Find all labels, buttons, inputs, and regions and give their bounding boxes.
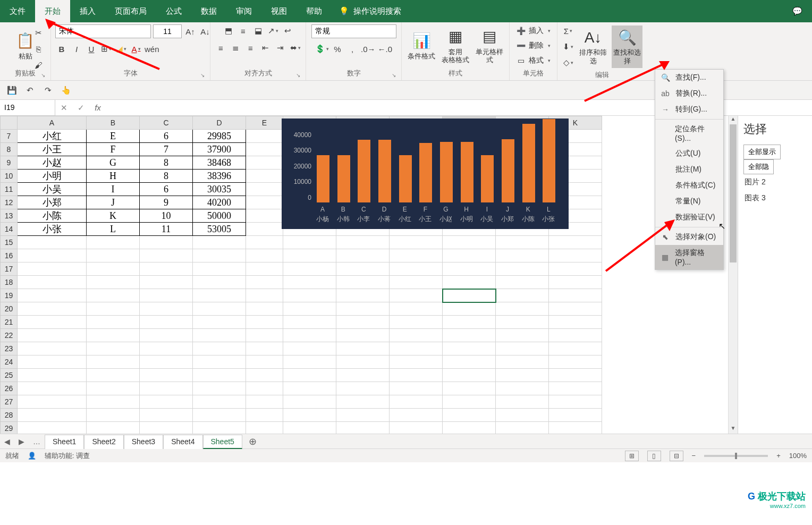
cell[interactable] (283, 422, 336, 434)
row-header[interactable]: 19 (1, 289, 18, 302)
cell[interactable] (496, 236, 549, 249)
zoom-in-icon[interactable]: + (776, 452, 781, 460)
cell[interactable] (496, 342, 549, 355)
cell-styles-button[interactable]: ▤单元格样式 (474, 25, 505, 67)
page-layout-view-icon[interactable]: ▯ (647, 451, 661, 461)
cell[interactable] (193, 316, 246, 329)
row-header[interactable]: 7 (1, 130, 18, 143)
row-header[interactable]: 17 (1, 262, 18, 276)
zoom-slider[interactable] (704, 455, 768, 457)
cell[interactable] (496, 249, 549, 262)
cell[interactable] (246, 143, 283, 156)
cell[interactable] (496, 302, 549, 316)
cell[interactable] (246, 130, 283, 143)
accessibility-icon[interactable]: 👤 (28, 452, 36, 460)
find-menu-item[interactable]: 🔍查找(F)... (655, 70, 723, 86)
column-header[interactable]: C (140, 116, 193, 130)
conditional-format-button[interactable]: 📊条件格式 (406, 25, 437, 67)
align-center-icon[interactable]: ≣ (230, 41, 242, 54)
accounting-format-icon[interactable]: 💲▾ (315, 43, 329, 55)
cell[interactable]: 小吴 (18, 183, 87, 196)
row-header[interactable]: 11 (1, 183, 18, 196)
select-all-corner[interactable] (1, 116, 18, 130)
cell[interactable]: 6 (140, 183, 193, 196)
cell[interactable] (193, 302, 246, 316)
find-menu-item[interactable]: →转到(G)... (655, 101, 723, 117)
cell[interactable]: 9 (140, 196, 193, 209)
align-middle-icon[interactable]: ≡ (237, 24, 250, 37)
chart-bar[interactable] (481, 155, 494, 202)
cell[interactable] (549, 329, 602, 342)
cell[interactable] (283, 276, 336, 289)
cell[interactable] (549, 302, 602, 316)
page-break-view-icon[interactable]: ⊟ (670, 451, 683, 461)
chart-bar[interactable] (543, 119, 555, 202)
cell[interactable] (87, 382, 140, 395)
cell[interactable] (283, 382, 336, 395)
cell[interactable]: 小明 (18, 170, 87, 183)
row-header[interactable]: 8 (1, 143, 18, 156)
chart-bar[interactable] (399, 155, 412, 202)
cell[interactable]: 小红 (18, 130, 87, 143)
cell[interactable] (18, 395, 87, 409)
column-header[interactable]: A (18, 116, 87, 130)
cell[interactable] (443, 329, 496, 342)
phonetic-button[interactable]: wén (145, 43, 159, 55)
cell[interactable] (283, 409, 336, 422)
zoom-level[interactable]: 100% (789, 452, 807, 460)
underline-button[interactable]: U (85, 43, 98, 55)
cell[interactable] (443, 276, 496, 289)
cell[interactable] (549, 236, 602, 249)
tell-me[interactable]: 💡 操作说明搜索 (332, 0, 409, 22)
cell[interactable] (336, 382, 390, 395)
increase-indent-icon[interactable]: ⇥ (274, 41, 287, 54)
italic-button[interactable]: I (70, 43, 83, 55)
comma-format-icon[interactable]: , (346, 43, 359, 55)
row-header[interactable]: 21 (1, 316, 18, 329)
cell[interactable]: I (87, 183, 140, 196)
cell[interactable] (443, 316, 496, 329)
cell[interactable] (246, 395, 283, 409)
find-menu-item[interactable]: 条件格式(C) (655, 177, 723, 193)
cell[interactable] (496, 316, 549, 329)
cell[interactable] (336, 355, 390, 369)
merge-center-icon[interactable]: ⬌▾ (289, 41, 302, 54)
cell[interactable] (87, 316, 140, 329)
find-menu-item[interactable]: ab替换(R)... (655, 86, 723, 101)
align-left-icon[interactable]: ≡ (215, 41, 227, 54)
row-header[interactable]: 24 (1, 355, 18, 369)
cell[interactable] (443, 289, 496, 302)
decrease-font-icon[interactable]: A↓ (199, 25, 212, 38)
cell[interactable] (283, 369, 336, 382)
name-box[interactable] (0, 100, 55, 116)
cell[interactable]: 37900 (193, 143, 246, 156)
find-menu-item[interactable]: 常量(N) (655, 193, 723, 209)
cell[interactable] (246, 209, 283, 223)
cell[interactable] (87, 409, 140, 422)
font-name-select[interactable] (55, 24, 151, 38)
scroll-down-icon[interactable]: ▼ (729, 425, 738, 434)
align-right-icon[interactable]: ≡ (244, 41, 257, 54)
cell[interactable]: E (87, 130, 140, 143)
tab-开始[interactable]: 开始 (35, 0, 70, 22)
cell[interactable]: 小张 (18, 223, 87, 236)
cell[interactable] (140, 249, 193, 262)
sheet-tab[interactable]: Sheet1 (45, 435, 84, 449)
column-header[interactable]: E (246, 116, 283, 130)
tab-文件[interactable]: 文件 (0, 0, 35, 22)
tab-视图[interactable]: 视图 (261, 0, 297, 22)
cell[interactable] (496, 409, 549, 422)
cell[interactable] (443, 355, 496, 369)
chart-bar[interactable] (419, 143, 432, 202)
cell[interactable] (283, 236, 336, 249)
cell[interactable] (193, 249, 246, 262)
embedded-chart[interactable]: A小杨B小韩C小李D小蒋E小红F小王G小赵H小明I小吴J小郑K小陈L小张0100… (282, 118, 569, 229)
cell[interactable] (549, 395, 602, 409)
cell[interactable] (246, 223, 283, 236)
cell[interactable] (283, 395, 336, 409)
cell[interactable] (193, 395, 246, 409)
cell[interactable] (246, 302, 283, 316)
cell[interactable] (549, 409, 602, 422)
cell[interactable] (18, 289, 87, 302)
cell[interactable] (140, 422, 193, 434)
